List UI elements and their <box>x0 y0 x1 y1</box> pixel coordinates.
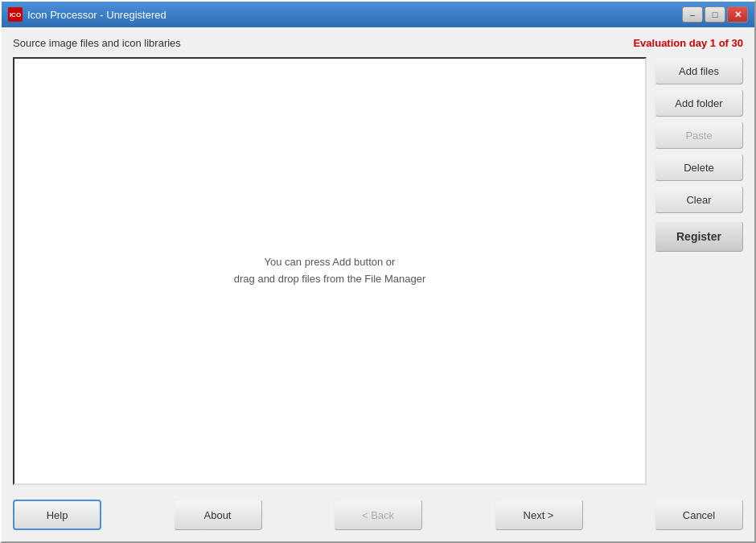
back-button[interactable]: < Back <box>334 500 422 530</box>
cancel-button[interactable]: Cancel <box>655 500 743 530</box>
main-window: ICO Icon Processor - Unregistered – □ ✕ … <box>0 0 756 543</box>
clear-button[interactable]: Clear <box>655 186 743 213</box>
footer-buttons: Help About < Back Next > Cancel <box>13 493 743 533</box>
help-button[interactable]: Help <box>13 500 101 530</box>
window-title: Icon Processor - Unregistered <box>27 9 677 21</box>
main-area: You can press Add button or drag and dro… <box>13 57 743 485</box>
content-area: Source image files and icon libraries Ev… <box>2 27 754 541</box>
maximize-button[interactable]: □ <box>705 6 725 23</box>
app-icon: ICO <box>8 7 23 22</box>
paste-button[interactable]: Paste <box>655 121 743 149</box>
placeholder-text: You can press Add button or drag and dro… <box>234 254 425 288</box>
close-button[interactable]: ✕ <box>727 6 748 23</box>
file-list-box[interactable]: You can press Add button or drag and dro… <box>13 57 647 485</box>
about-button[interactable]: About <box>174 500 262 530</box>
delete-button[interactable]: Delete <box>655 154 743 181</box>
window-controls: – □ ✕ <box>682 6 748 23</box>
add-folder-button[interactable]: Add folder <box>655 89 743 117</box>
header-row: Source image files and icon libraries Ev… <box>13 37 743 49</box>
title-bar: ICO Icon Processor - Unregistered – □ ✕ <box>2 2 754 27</box>
side-buttons: Add files Add folder Paste Delete Clear … <box>655 57 743 485</box>
add-files-button[interactable]: Add files <box>655 57 743 84</box>
source-label: Source image files and icon libraries <box>13 37 181 49</box>
register-button[interactable]: Register <box>655 221 743 252</box>
next-button[interactable]: Next > <box>495 500 583 530</box>
eval-badge: Evaluation day 1 of 30 <box>633 37 743 49</box>
minimize-button[interactable]: – <box>682 6 703 23</box>
